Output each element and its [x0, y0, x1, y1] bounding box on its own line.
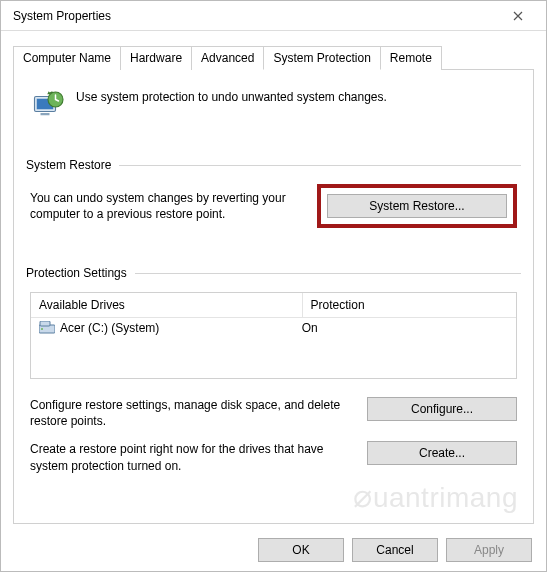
intro-text: Use system protection to undo unwanted s…	[76, 86, 387, 104]
close-button[interactable]	[498, 3, 538, 29]
col-header-protection[interactable]: Protection	[303, 293, 516, 317]
tab-system-protection[interactable]: System Protection	[263, 46, 380, 70]
tab-hardware[interactable]: Hardware	[120, 46, 192, 70]
section-protection-header: Protection Settings	[26, 266, 521, 280]
configure-button[interactable]: Configure...	[367, 397, 517, 421]
table-header: Available Drives Protection	[31, 293, 516, 318]
intro-row: Use system protection to undo unwanted s…	[26, 82, 521, 134]
window-title: System Properties	[13, 9, 111, 23]
create-row: Create a restore point right now for the…	[26, 441, 521, 473]
drives-table: Available Drives Protection Acer (C:) (S…	[30, 292, 517, 379]
restore-description: You can undo system changes by reverting…	[30, 190, 301, 222]
dialog-buttons: OK Cancel Apply	[1, 524, 546, 562]
protection-heading: Protection Settings	[26, 266, 127, 280]
table-row[interactable]: Acer (C:) (System) On	[31, 318, 516, 338]
svg-point-6	[41, 328, 43, 330]
close-icon	[513, 11, 523, 21]
tab-remote[interactable]: Remote	[380, 46, 442, 70]
system-restore-button[interactable]: System Restore...	[327, 194, 507, 218]
section-restore-header: System Restore	[26, 158, 521, 172]
divider	[119, 165, 521, 166]
create-text: Create a restore point right now for the…	[30, 441, 351, 473]
drive-protection-status: On	[302, 321, 508, 335]
restore-heading: System Restore	[26, 158, 111, 172]
apply-button[interactable]: Apply	[446, 538, 532, 562]
configure-text: Configure restore settings, manage disk …	[30, 397, 351, 429]
configure-row: Configure restore settings, manage disk …	[26, 397, 521, 429]
restore-row: You can undo system changes by reverting…	[26, 184, 521, 236]
divider	[135, 273, 521, 274]
ok-button[interactable]: OK	[258, 538, 344, 562]
titlebar: System Properties	[1, 1, 546, 31]
highlight-box: System Restore...	[317, 184, 517, 228]
svg-rect-7	[40, 321, 50, 326]
tab-strip: Computer Name Hardware Advanced System P…	[13, 45, 534, 70]
create-button[interactable]: Create...	[367, 441, 517, 465]
svg-rect-2	[41, 113, 50, 115]
system-protection-icon	[30, 86, 66, 122]
drive-icon	[39, 321, 55, 335]
tab-content: Use system protection to undo unwanted s…	[13, 70, 534, 524]
tab-computer-name[interactable]: Computer Name	[13, 46, 121, 70]
col-header-drives[interactable]: Available Drives	[31, 293, 303, 317]
tab-advanced[interactable]: Advanced	[191, 46, 264, 70]
drive-name: Acer (C:) (System)	[60, 321, 159, 335]
cancel-button[interactable]: Cancel	[352, 538, 438, 562]
table-body: Acer (C:) (System) On	[31, 318, 516, 378]
